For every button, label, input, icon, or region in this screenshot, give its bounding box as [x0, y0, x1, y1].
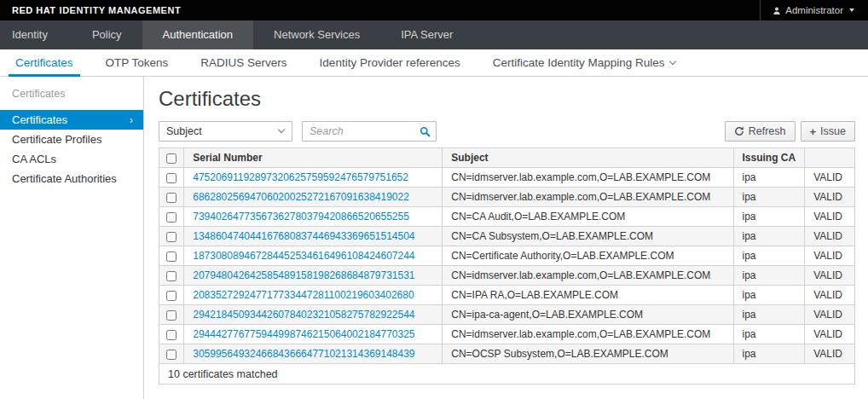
issue-button[interactable]: + Issue	[801, 121, 855, 142]
subject-cell: CN=OCSP Subsystem,O=LAB.EXAMPLE.COM	[443, 344, 733, 364]
column-header-subject: Subject	[443, 148, 733, 168]
secondary-tabbar: Certificates OTP Tokens RADIUS Servers I…	[0, 49, 868, 77]
chevron-down-icon	[668, 58, 675, 65]
serial-link[interactable]: 207948042642585489158198268684879731531	[193, 269, 414, 281]
nav-item-ipa-server[interactable]: IPA Server	[380, 20, 473, 49]
table-header-row: Serial Number Subject Issuing CA	[159, 148, 855, 168]
refresh-label: Refresh	[749, 125, 786, 137]
issuing-ca-cell: ipa	[733, 266, 805, 286]
table-row: 294442776775944998746215064002184770325 …	[159, 325, 855, 344]
search-icon[interactable]	[420, 125, 431, 141]
status-cell: VALID	[805, 266, 855, 286]
tab-identity-provider-references[interactable]: Identity Provider references	[313, 49, 467, 76]
main-content: Certificates Subject	[144, 77, 868, 399]
tab-certificate-identity-mapping-rules[interactable]: Certificate Identity Mapping Rules	[486, 49, 682, 76]
tab-label: Certificate Identity Mapping Rules	[493, 56, 665, 69]
subject-cell: CN=CA Audit,O=LAB.EXAMPLE.COM	[443, 207, 733, 227]
column-header-serial: Serial Number	[184, 148, 443, 168]
row-checkbox[interactable]	[166, 173, 176, 183]
sidebar-item-label: Certificate Authorities	[12, 169, 117, 188]
tab-otp-tokens[interactable]: OTP Tokens	[99, 49, 176, 76]
serial-link[interactable]: 294442776775944998746215064002184770325	[193, 328, 414, 340]
serial-link[interactable]: 187308089467284452534616496108424607244	[193, 250, 414, 262]
tab-certificates[interactable]: Certificates	[9, 49, 80, 76]
serial-link[interactable]: 208352729247717733447281100219603402680	[193, 289, 414, 301]
table-row: 47520691192897320625759592476579751652 C…	[159, 168, 855, 188]
column-header-status	[805, 148, 855, 168]
serial-link[interactable]: 294218450934426078402321058275782922544	[193, 309, 414, 321]
status-cell: VALID	[805, 168, 855, 188]
tab-label: RADIUS Servers	[200, 56, 286, 69]
row-checkbox[interactable]	[166, 193, 176, 203]
issuing-ca-cell: ipa	[733, 325, 805, 344]
nav-item-authentication[interactable]: Authentication	[142, 20, 253, 49]
row-checkbox[interactable]	[166, 252, 176, 262]
sidebar-item-certificates[interactable]: Certificates ›	[0, 110, 143, 130]
status-cell: VALID	[805, 305, 855, 325]
subject-cell: CN=idmserver.lab.example.com,O=LAB.EXAMP…	[443, 168, 733, 188]
sidebar-item-label: CA ACLs	[12, 149, 56, 169]
serial-link[interactable]: 68628025694706020025272167091638419022	[193, 191, 409, 203]
status-cell: VALID	[805, 227, 855, 246]
search-box	[302, 121, 437, 142]
sidebar-item-label: Certificates	[12, 110, 67, 130]
table-row: 73940264773567362780379420866520655255 C…	[159, 207, 855, 227]
status-cell: VALID	[805, 246, 855, 266]
row-checkbox[interactable]	[166, 310, 176, 321]
plus-icon: +	[810, 125, 817, 138]
status-cell: VALID	[805, 325, 855, 344]
select-all-checkbox[interactable]	[166, 153, 176, 164]
user-icon	[773, 6, 781, 15]
subject-cell: CN=idmserver.lab.example.com,O=LAB.EXAMP…	[443, 325, 733, 344]
table-row: 305995649324668436664771021314369148439 …	[159, 344, 855, 364]
sidebar: Certificates Certificates › Certificate …	[0, 77, 144, 399]
nav-item-network-services[interactable]: Network Services	[253, 20, 380, 49]
brand-strong: RED HAT	[12, 5, 56, 15]
sidebar-item-ca-acls[interactable]: CA ACLs	[0, 149, 143, 169]
status-cell: VALID	[805, 286, 855, 305]
table-row: 68628025694706020025272167091638419022 C…	[159, 188, 855, 207]
status-cell: VALID	[805, 207, 855, 227]
redhat-logo: RED HAT IDENTITY MANAGEMENT	[0, 5, 181, 15]
caret-down-icon	[849, 9, 854, 12]
tab-label: Certificates	[15, 56, 73, 69]
user-name: Administrator	[785, 5, 843, 15]
serial-link[interactable]: 47520691192897320625759592476579751652	[193, 171, 408, 183]
serial-link[interactable]: 305995649324668436664771021314369148439	[193, 348, 414, 360]
brand-light: IDENTITY MANAGEMENT	[60, 5, 182, 15]
issue-label: Issue	[820, 125, 846, 137]
row-checkbox[interactable]	[166, 271, 176, 281]
serial-link[interactable]: 134860474044167680837446943369651514504	[193, 230, 414, 242]
issuing-ca-cell: ipa	[733, 227, 805, 246]
primary-nav: Identity Policy Authentication Network S…	[0, 20, 868, 49]
chevron-right-icon: ›	[130, 110, 133, 130]
subject-cell: CN=idmserver.lab.example.com,O=LAB.EXAMP…	[443, 266, 733, 286]
user-menu[interactable]: Administrator	[760, 0, 868, 20]
tab-radius-servers[interactable]: RADIUS Servers	[194, 49, 293, 76]
serial-link[interactable]: 73940264773567362780379420866520655255	[193, 211, 409, 223]
refresh-icon	[734, 126, 744, 136]
column-header-issuing-ca: Issuing CA	[733, 148, 805, 168]
nav-item-identity[interactable]: Identity	[0, 20, 72, 49]
certificates-table: Serial Number Subject Issuing CA 4752069…	[159, 147, 855, 385]
nav-item-policy[interactable]: Policy	[72, 20, 142, 49]
table-row: 294218450934426078402321058275782922544 …	[159, 305, 855, 325]
table-summary-row: 10 certificates matched	[159, 364, 855, 385]
row-checkbox[interactable]	[166, 291, 176, 301]
table-row: 207948042642585489158198268684879731531 …	[159, 266, 855, 286]
sidebar-item-certificate-authorities[interactable]: Certificate Authorities	[0, 169, 143, 188]
subject-cell: CN=ipa-ca-agent,O=LAB.EXAMPLE.COM	[443, 305, 733, 325]
sidebar-item-certificate-profiles[interactable]: Certificate Profiles	[0, 130, 143, 149]
refresh-button[interactable]: Refresh	[725, 121, 796, 142]
chevron-down-icon	[278, 126, 285, 133]
row-checkbox[interactable]	[166, 330, 176, 340]
row-checkbox[interactable]	[166, 350, 176, 360]
search-input[interactable]	[302, 121, 437, 142]
subject-cell: CN=idmserver.lab.example.com,O=LAB.EXAMP…	[443, 188, 733, 207]
row-checkbox[interactable]	[166, 232, 176, 242]
issuing-ca-cell: ipa	[733, 168, 805, 188]
tab-label: OTP Tokens	[106, 56, 169, 69]
sidebar-item-label: Certificate Profiles	[12, 130, 101, 149]
row-checkbox[interactable]	[166, 212, 176, 223]
search-attribute-select[interactable]: Subject	[159, 121, 292, 142]
